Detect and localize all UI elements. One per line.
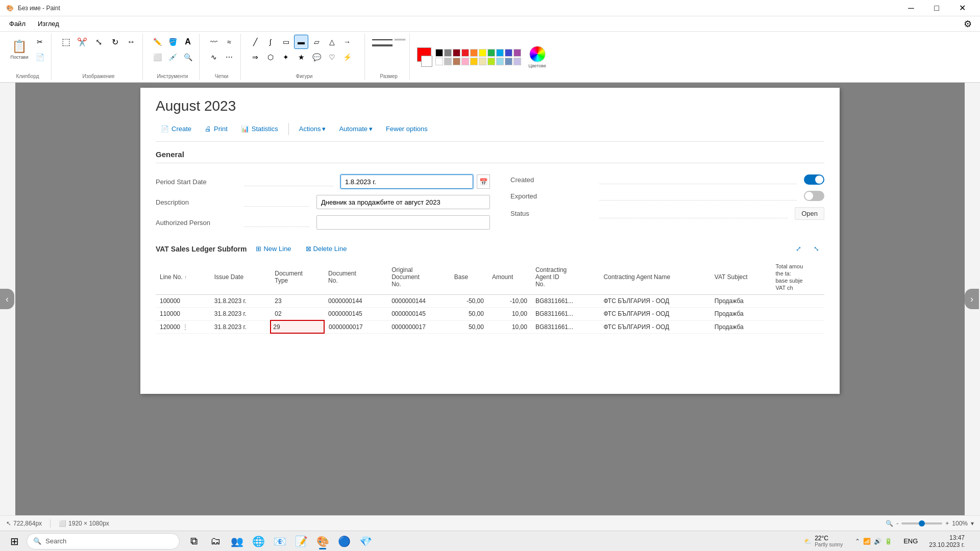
word-icon[interactable]: 📝 — [291, 532, 311, 550]
outlook-icon[interactable]: 📧 — [270, 532, 290, 550]
color-green[interactable] — [487, 49, 495, 57]
brush-1[interactable]: 〰 — [207, 35, 221, 49]
create-button[interactable]: 📄 Create — [156, 122, 197, 135]
zoom-dropdown[interactable]: ▾ — [971, 520, 974, 527]
text-tool[interactable]: A — [181, 35, 195, 49]
menu-file[interactable]: Файл — [4, 18, 31, 30]
subform-expand-button[interactable]: ⤡ — [808, 243, 824, 255]
pencil-tool[interactable]: ✏️ — [150, 35, 164, 49]
shape-star5[interactable]: ✦ — [279, 50, 293, 64]
exported-toggle[interactable] — [804, 191, 824, 201]
description-input[interactable] — [316, 195, 490, 209]
maximize-button[interactable]: □ — [925, 0, 948, 16]
brush-2[interactable]: ≈ — [222, 35, 236, 49]
color-yellow[interactable] — [479, 49, 486, 57]
resize-tool[interactable]: ⤡ — [91, 35, 106, 49]
color-wheel[interactable] — [529, 46, 546, 62]
color-darkred[interactable] — [453, 49, 460, 57]
shape-curve[interactable]: ∫ — [263, 35, 278, 49]
cut-button[interactable]: ✂ — [33, 35, 47, 49]
start-button[interactable]: ⊞ — [4, 532, 24, 550]
clock[interactable]: 13:47 23.10.2023 г. — [925, 534, 969, 548]
volume-icon[interactable]: 🔊 — [874, 538, 881, 545]
nav-arrow-right[interactable]: › — [965, 289, 979, 309]
shape-triangle[interactable]: △ — [325, 35, 339, 49]
color-lightgreen[interactable] — [487, 58, 495, 65]
shape-parallelogram[interactable]: ▱ — [309, 35, 324, 49]
print-button[interactable]: 🖨 Print — [200, 122, 233, 135]
shape-heart[interactable]: ♡ — [325, 50, 339, 64]
color-lightblue[interactable] — [505, 58, 512, 65]
fill-tool[interactable]: 🪣 — [165, 35, 180, 49]
zoom-plus[interactable]: + — [945, 520, 949, 527]
color-picker-tool[interactable]: 💉 — [165, 50, 180, 64]
color-purple[interactable] — [513, 49, 521, 57]
color-black[interactable] — [435, 49, 443, 57]
weather-widget[interactable]: ⛅ 22°C Partly sunny — [800, 535, 847, 547]
select-tool[interactable]: ⬚ — [59, 35, 73, 49]
zoom-thumb[interactable] — [919, 520, 925, 527]
color-lavender[interactable] — [513, 58, 521, 65]
background-color[interactable] — [421, 56, 432, 67]
zoom-minus[interactable]: - — [896, 520, 898, 527]
brush-3[interactable]: ∿ — [207, 50, 221, 64]
battery-icon[interactable]: 🔋 — [885, 538, 892, 545]
color-white[interactable] — [435, 58, 443, 65]
taskbar-search[interactable]: 🔍 Search — [27, 533, 180, 549]
shape-3[interactable]: ⬡ — [263, 50, 278, 64]
dynamics-icon[interactable]: 💎 — [355, 532, 376, 550]
size-line-2[interactable] — [372, 44, 393, 46]
cell-doc-type-3[interactable]: 29 — [271, 320, 324, 333]
show-desktop-button[interactable] — [973, 531, 976, 552]
color-cyan[interactable] — [496, 49, 504, 57]
actions-button[interactable]: Actions ▾ — [294, 122, 331, 135]
color-lightcyan[interactable] — [496, 58, 504, 65]
automate-button[interactable]: Automate ▾ — [334, 122, 378, 135]
edge-icon[interactable]: 🌐 — [248, 532, 268, 550]
delete-line-button[interactable]: ⊠ Delete Line — [301, 243, 352, 255]
file-explorer-icon[interactable]: 🗂 — [205, 532, 226, 550]
rotate-tool[interactable]: ↻ — [108, 35, 122, 49]
color-peach[interactable] — [470, 58, 478, 65]
menu-view[interactable]: Изглед — [33, 18, 64, 30]
minimize-button[interactable]: ─ — [899, 0, 923, 16]
period-start-date-input[interactable] — [340, 174, 473, 189]
authorized-person-input[interactable] — [316, 215, 490, 230]
size-line-1[interactable] — [372, 39, 393, 40]
paint-icon[interactable]: 🎨 — [312, 532, 333, 550]
color-orange[interactable] — [470, 49, 478, 57]
shape-line[interactable]: ╱ — [248, 35, 262, 49]
date-picker-button[interactable]: 📅 — [477, 174, 490, 189]
statistics-button[interactable]: 📊 Statistics — [236, 122, 283, 135]
shape-rect-outline[interactable]: ▭ — [279, 35, 293, 49]
shape-callout[interactable]: 💬 — [309, 50, 324, 64]
color-gray2[interactable] — [444, 58, 452, 65]
settings-icon[interactable]: ⚙ — [960, 16, 976, 32]
shape-rect-filled[interactable]: ▬ — [294, 35, 308, 49]
eraser-tool[interactable]: ⬜ — [150, 50, 164, 64]
color-indigo[interactable] — [505, 49, 512, 57]
show-hidden-icon[interactable]: ⌃ — [855, 538, 860, 545]
color-red[interactable] — [461, 49, 469, 57]
zoom-tool[interactable]: 🔍 — [181, 50, 195, 64]
new-line-button[interactable]: ⊞ New Line — [251, 243, 296, 255]
language-indicator[interactable]: ENG — [900, 537, 921, 545]
close-button[interactable]: ✕ — [950, 0, 974, 16]
brush-4[interactable]: ⋯ — [222, 50, 236, 64]
sys-tray[interactable]: ⌃ 📶 🔊 🔋 — [851, 538, 896, 545]
row-menu-icon[interactable]: ⋮ — [182, 323, 188, 331]
network-icon[interactable]: 📶 — [863, 538, 871, 545]
task-view-button[interactable]: ⧉ — [184, 532, 204, 550]
color-gray1[interactable] — [444, 49, 452, 57]
shape-lightning[interactable]: ⚡ — [340, 50, 354, 64]
color-lightyellow[interactable] — [479, 58, 486, 65]
copy-button[interactable]: 📄 — [33, 50, 47, 64]
shape-arrow[interactable]: → — [340, 35, 354, 49]
flip-tool[interactable]: ↔ — [124, 35, 138, 49]
chrome-icon[interactable]: 🔵 — [334, 532, 354, 550]
color-brown[interactable] — [453, 58, 460, 65]
paste-button[interactable]: 📋 Постави — [8, 35, 31, 64]
color-rose[interactable] — [461, 58, 469, 65]
fewer-options-button[interactable]: Fewer options — [381, 122, 433, 135]
crop-tool[interactable]: ✂️ — [75, 35, 89, 49]
